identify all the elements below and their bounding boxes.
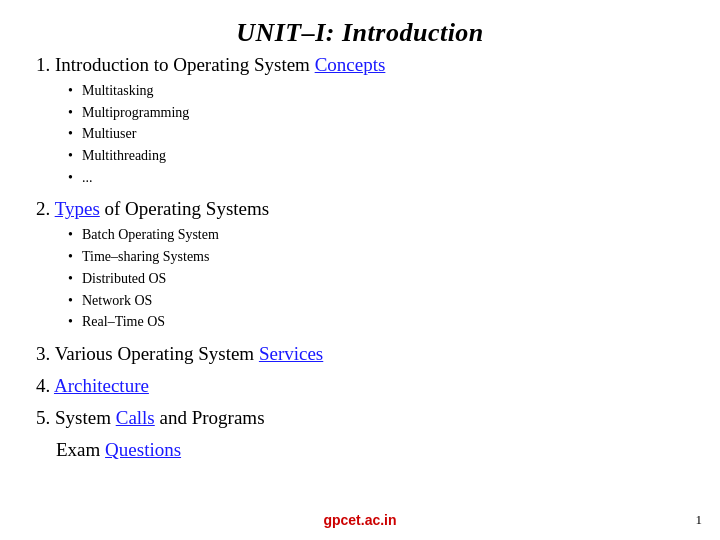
section-5-label: 5. System: [36, 407, 116, 428]
page-number: 1: [696, 512, 703, 528]
list-item: Network OS: [68, 290, 684, 312]
section-2-link[interactable]: Types: [55, 198, 100, 219]
exam-label: Exam: [56, 439, 105, 460]
section-5: 5. System Calls and Programs: [36, 407, 684, 429]
section-2-label-after: of Operating Systems: [100, 198, 269, 219]
list-item: Batch Operating System: [68, 224, 684, 246]
section-4-link[interactable]: Architecture: [54, 375, 149, 396]
section-3-label: 3. Various Operating System: [36, 343, 259, 364]
section-2-heading: 2. Types of Operating Systems: [36, 198, 684, 220]
section-1-heading: 1. Introduction to Operating System Conc…: [36, 54, 684, 76]
slide-title: UNIT–I: Introduction: [36, 18, 684, 48]
section-2-bullets: Batch Operating System Time–sharing Syst…: [68, 224, 684, 332]
list-item: Real–Time OS: [68, 311, 684, 333]
footer-text: gpcet.ac.in: [323, 512, 396, 528]
exam-line: Exam Questions: [56, 439, 684, 461]
list-item: Multiuser: [68, 123, 684, 145]
list-item: Time–sharing Systems: [68, 246, 684, 268]
list-item: Distributed OS: [68, 268, 684, 290]
section-2-label-before: 2.: [36, 198, 55, 219]
section-4: 4. Architecture: [36, 375, 684, 397]
list-item: Multiprogramming: [68, 102, 684, 124]
list-item: ...: [68, 167, 684, 189]
section-3-link[interactable]: Services: [259, 343, 323, 364]
section-5-link[interactable]: Calls: [116, 407, 155, 428]
section-1-link[interactable]: Concepts: [315, 54, 386, 75]
section-3: 3. Various Operating System Services: [36, 343, 684, 365]
section-1-label: 1. Introduction to Operating System: [36, 54, 315, 75]
section-1-bullets: Multitasking Multiprogramming Multiuser …: [68, 80, 684, 188]
list-item: Multitasking: [68, 80, 684, 102]
section-4-label: 4.: [36, 375, 54, 396]
list-item: Multithreading: [68, 145, 684, 167]
section-5-label-after: and Programs: [155, 407, 265, 428]
section-1: 1. Introduction to Operating System Conc…: [36, 54, 684, 188]
slide: UNIT–I: Introduction 1. Introduction to …: [0, 0, 720, 540]
exam-link[interactable]: Questions: [105, 439, 181, 460]
title-text: UNIT–I: Introduction: [236, 18, 484, 47]
section-2: 2. Types of Operating Systems Batch Oper…: [36, 198, 684, 332]
